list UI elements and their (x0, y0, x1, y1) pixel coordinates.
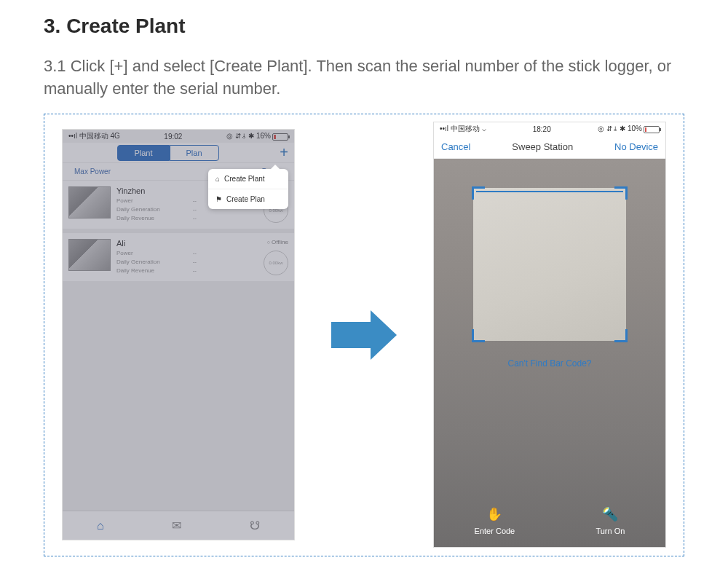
add-button[interactable]: + (274, 144, 294, 161)
no-device-button[interactable]: No Device (614, 141, 658, 152)
add-dropdown-menu: ⌂ Create Plant ⚑ Create Plan (208, 169, 288, 209)
flashlight-button[interactable]: 🔦 Turn On (596, 506, 625, 535)
messages-icon[interactable]: ✉ (172, 519, 181, 532)
plant-thumbnail (68, 239, 111, 271)
power-gauge: 0.00kw (264, 251, 288, 275)
status-offline: Offline (267, 239, 288, 245)
battery-area: ◎ ⇵ ⫰ ✱ 16% (226, 132, 288, 140)
profile-icon[interactable]: ☋ (250, 519, 260, 532)
instruction-text: 3.1 Click [+] and select [Create Plant].… (44, 55, 684, 101)
flag-icon: ⚑ (215, 195, 222, 203)
scan-frame (473, 188, 626, 341)
tab-plan[interactable]: Plan (170, 145, 219, 161)
battery-area: ◎ ⇵ ⫰ ✱ 10% (598, 125, 660, 133)
scan-header: Cancel Sweep Station No Device (434, 135, 665, 159)
phone-screenshot-scan: ••ıl 中国移动 ⌵ 18:20 ◎ ⇵ ⫰ ✱ 10% Cancel Swe… (433, 122, 666, 548)
section-heading: 3. Create Plant (44, 15, 684, 38)
home-icon[interactable]: ⌂ (97, 519, 104, 532)
menu-create-plant[interactable]: ⌂ Create Plant (208, 169, 288, 189)
bottom-nav: ⌂ ✉ ☋ (63, 511, 294, 540)
clock: 18:20 (533, 125, 551, 133)
top-tabs: Plant Plan + (63, 143, 294, 163)
scan-line (476, 191, 623, 192)
tab-plant[interactable]: Plant (117, 145, 169, 161)
phone-screenshot-plant-list: ••ıl 中国移动 4G 19:02 ◎ ⇵ ⫰ ✱ 16% Plant Pla… (62, 129, 295, 540)
plant-thumbnail (68, 186, 111, 218)
menu-create-plan[interactable]: ⚑ Create Plan (208, 189, 288, 209)
flashlight-icon: 🔦 (602, 506, 618, 522)
carrier: ••ıl 中国移动 4G (68, 131, 120, 141)
arrow-icon (331, 310, 397, 360)
cancel-button[interactable]: Cancel (441, 141, 470, 152)
plant-card[interactable]: Ali Power-- Daily Generation-- Daily Rev… (63, 233, 294, 281)
plant-icon: ⌂ (215, 175, 220, 183)
hand-icon: ✋ (486, 506, 502, 522)
page-title: Sweep Station (512, 141, 573, 152)
filter-max-power[interactable]: Max Power (74, 168, 111, 176)
plant-name: Ali (116, 239, 258, 248)
enter-code-button[interactable]: ✋ Enter Code (475, 506, 515, 535)
scan-help-link[interactable]: Can't Find Bar Code? (507, 358, 591, 369)
figure-container: ••ıl 中国移动 4G 19:02 ◎ ⇵ ⫰ ✱ 16% Plant Pla… (44, 114, 684, 556)
carrier: ••ıl 中国移动 ⌵ (440, 124, 486, 134)
status-bar: ••ıl 中国移动 ⌵ 18:20 ◎ ⇵ ⫰ ✱ 10% (434, 122, 665, 135)
camera-view: Can't Find Bar Code? ✋ Enter Code 🔦 Turn… (434, 159, 665, 547)
plant-list: Yinzhen Power-- Daily Generation-- Daily… (63, 181, 294, 511)
status-bar: ••ıl 中国移动 4G 19:02 ◎ ⇵ ⫰ ✱ 16% (63, 130, 294, 143)
clock: 19:02 (164, 133, 182, 141)
